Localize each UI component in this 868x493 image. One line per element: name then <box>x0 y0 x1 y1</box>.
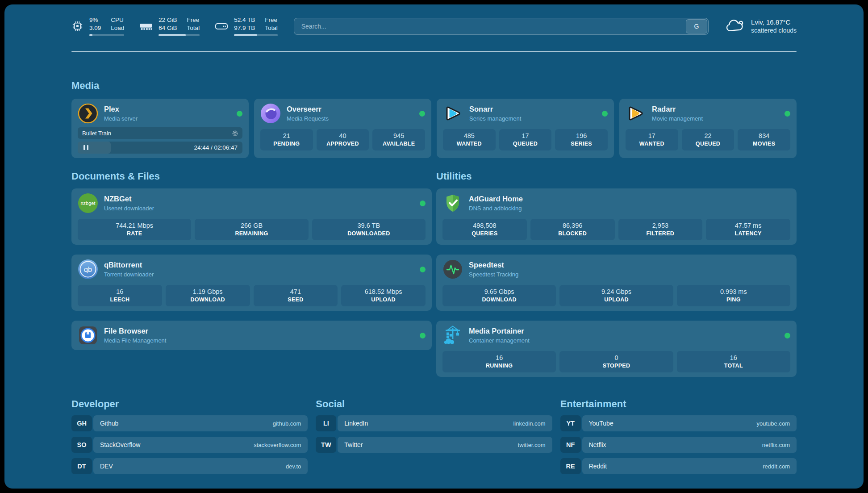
disk-progressbar <box>234 34 278 36</box>
filebrowser-icon <box>78 325 98 346</box>
disk-labels: Free Total <box>265 16 278 32</box>
link-dev[interactable]: DT DEV dev.to <box>71 458 308 474</box>
cpu-labels: CPU Load <box>111 16 124 32</box>
link-abbr: TW <box>316 437 336 453</box>
link-linkedin[interactable]: LI LinkedIn linkedin.com <box>316 415 552 431</box>
search-engine-button[interactable]: G <box>686 19 707 33</box>
app-subtitle: Media server <box>104 115 231 122</box>
status-dot <box>785 333 790 338</box>
search: G <box>294 18 709 35</box>
radarr-card[interactable]: Radarr Movie management 17WANTED 22QUEUE… <box>619 99 797 158</box>
stat-tile: 618.52 MbpsUPLOAD <box>341 285 426 306</box>
stat-tile: 9.24 GbpsUPLOAD <box>559 285 673 306</box>
playback-progress: 24:44 / 02:06:47 <box>78 142 242 154</box>
sonarr-card[interactable]: Sonarr Series management 485WANTED 17QUE… <box>437 99 614 158</box>
stat-tile: 196SERIES <box>555 129 608 150</box>
section-title-utilities: Utilities <box>436 171 797 182</box>
now-playing: Bullet Train <box>78 127 242 139</box>
status-dot <box>420 201 426 206</box>
nzbget-icon: nzbget <box>78 193 98 213</box>
link-abbr: GH <box>71 415 92 431</box>
cpu-progressbar <box>89 34 124 36</box>
stat-tile: 0.993 msPING <box>677 285 790 306</box>
link-url: github.com <box>273 420 301 427</box>
now-playing-title: Bullet Train <box>82 130 111 137</box>
link-abbr: LI <box>316 415 336 431</box>
stat-tile: 9.65 GbpsDOWNLOAD <box>442 285 556 306</box>
adguard-icon <box>442 193 463 213</box>
stat-tile: 40APPROVED <box>317 129 369 150</box>
link-abbr: NF <box>560 437 581 453</box>
filebrowser-card[interactable]: File Browser Media File Management <box>71 321 432 350</box>
stat-tile: 17WANTED <box>626 129 678 150</box>
stat-tile: 47.57 msLATENCY <box>706 219 790 240</box>
link-twitter[interactable]: TW Twitter twitter.com <box>316 437 552 453</box>
link-reddit[interactable]: RE Reddit reddit.com <box>560 458 797 474</box>
system-stats: 9% 3.09 CPU Load <box>71 16 278 36</box>
weather-location-temp: Lviv, 16.87°C <box>751 18 797 26</box>
stat-tile: 0STOPPED <box>559 351 673 372</box>
memory-values: 22 GiB 64 GiB <box>159 16 177 32</box>
section-title-developer: Developer <box>71 398 308 410</box>
stat-tile: 22QUEUED <box>682 129 734 150</box>
stat-tile: 266 GBREMAINING <box>195 219 308 240</box>
weather-condition: scattered clouds <box>751 27 797 34</box>
stat-tile: 39.6 TBDOWNLOADED <box>312 219 426 240</box>
speedtest-card[interactable]: Speedtest Speedtest Tracking 9.65 GbpsDO… <box>436 255 797 311</box>
weather-widget: Lviv, 16.87°C scattered clouds <box>725 18 797 34</box>
status-dot <box>602 111 608 117</box>
screen-frame: 9% 3.09 CPU Load <box>0 0 868 493</box>
portainer-icon <box>442 325 463 346</box>
svg-text:qb: qb <box>84 266 92 273</box>
link-name: YouTube <box>589 420 613 427</box>
link-url: reddit.com <box>763 463 790 470</box>
nzbget-card[interactable]: nzbget NZBGet Usenet downloader 744.21 M… <box>71 188 432 245</box>
radarr-icon <box>626 103 646 124</box>
stat-tile: 834MOVIES <box>738 129 790 150</box>
documents-column: Documents & Files nzbget NZBGet Usenet d… <box>71 171 432 377</box>
pause-indicator <box>78 142 111 154</box>
section-title-entertainment: Entertainment <box>560 398 797 410</box>
plex-icon <box>78 103 98 124</box>
link-url: stackoverflow.com <box>254 442 301 448</box>
link-url: youtube.com <box>757 420 790 427</box>
portainer-card[interactable]: Media Portainer Container management 16R… <box>436 321 797 377</box>
link-url: dev.to <box>286 463 301 470</box>
app-subtitle: Speedtest Tracking <box>469 271 779 278</box>
qbittorrent-icon: qb <box>78 259 98 280</box>
link-name: Netflix <box>589 441 606 448</box>
app-name: NZBGet <box>104 195 414 204</box>
overseerr-card[interactable]: Overseerr Media Requests 21PENDING 40APP… <box>254 99 431 158</box>
status-dot <box>785 111 790 117</box>
status-dot <box>420 267 426 272</box>
cpu-stat: 9% 3.09 CPU Load <box>71 16 124 36</box>
link-stackoverflow[interactable]: SO StackOverflow stackoverflow.com <box>71 437 308 453</box>
app-name: Media Portainer <box>469 327 779 336</box>
section-title-documents: Documents & Files <box>71 171 432 182</box>
settings-gear-icon[interactable] <box>232 130 238 137</box>
overseerr-icon <box>260 103 281 124</box>
stat-tile: 17QUEUED <box>499 129 552 150</box>
app-subtitle: Container management <box>469 337 779 344</box>
search-input[interactable] <box>294 18 709 35</box>
cpu-values: 9% 3.09 <box>89 16 101 32</box>
speedtest-icon <box>442 259 463 280</box>
link-name: Github <box>100 420 118 427</box>
link-url: netflix.com <box>762 442 790 448</box>
disk-values: 52.4 TB 97.9 TB <box>234 16 255 32</box>
qbittorrent-card[interactable]: qb qBittorrent Torrent downloader 16LEEC… <box>71 255 432 311</box>
link-name: LinkedIn <box>344 420 368 427</box>
link-netflix[interactable]: NF Netflix netflix.com <box>560 437 797 453</box>
adguard-card[interactable]: AdGuard Home DNS and adblocking 498,508Q… <box>436 188 797 245</box>
link-url: twitter.com <box>518 442 546 448</box>
link-github[interactable]: GH Github github.com <box>71 415 308 431</box>
plex-card[interactable]: Plex Media server Bullet Train <box>71 99 249 158</box>
app-subtitle: Media File Management <box>104 337 414 344</box>
link-youtube[interactable]: YT YouTube youtube.com <box>560 415 797 431</box>
app-name: Sonarr <box>469 105 596 114</box>
stat-tile: 485WANTED <box>443 129 496 150</box>
app-name: File Browser <box>104 327 414 336</box>
stat-tile: 16TOTAL <box>677 351 790 372</box>
app-subtitle: Movie management <box>652 115 779 122</box>
stat-tile: 21PENDING <box>260 129 313 150</box>
